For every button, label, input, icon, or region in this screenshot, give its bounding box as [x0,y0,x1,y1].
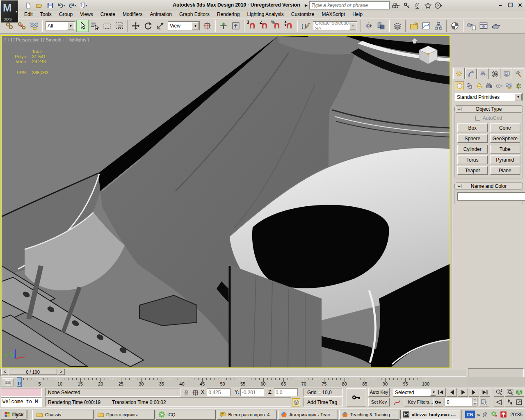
tab-display[interactable] [501,68,512,79]
material-editor-icon[interactable] [449,20,461,32]
object-name-input[interactable] [457,192,525,201]
rectangular-selection-region-icon[interactable] [101,20,113,32]
dropdown-arrow-icon[interactable]: ▼ [67,22,74,30]
language-indicator[interactable]: EN [465,411,475,418]
layer-manager-icon[interactable] [391,20,404,32]
spinner-down-icon[interactable]: ▼ [472,402,477,407]
subtab-geometry[interactable] [455,81,464,90]
subtab-helpers[interactable] [494,81,503,90]
collapse-icon[interactable]: – [457,184,461,188]
cone-button[interactable]: Cone [490,123,520,132]
menu-rendering[interactable]: Rendering [213,11,243,18]
select-and-scale-icon[interactable] [154,20,167,32]
menu-modifiers[interactable]: Modifiers [119,11,146,18]
sphere-button[interactable]: Sphere [457,134,488,143]
edit-named-selection-sets-icon[interactable] [299,20,312,32]
x-value-field[interactable]: 0,425 [207,388,231,396]
time-slider-next-arrow[interactable]: > [58,369,65,375]
menu-edit[interactable]: Edit [21,11,37,18]
reference-coordinate-system-dropdown[interactable]: View▼ [168,21,200,30]
search-input[interactable] [310,2,389,9]
select-and-rotate-icon[interactable] [142,20,154,32]
spinner-up-icon[interactable]: ▲ [472,398,477,402]
next-frame-icon[interactable] [469,388,479,397]
close-icon[interactable]: ✕ [517,2,523,8]
menu-graph-editors[interactable]: Graph Editors [176,11,213,18]
zoom-icon[interactable] [494,388,504,397]
undo-icon[interactable]: ▾ [56,1,66,10]
avira-tray-icon[interactable] [500,411,507,418]
field-of-view-icon[interactable] [494,398,504,406]
geometry-category-dropdown[interactable]: Standard Primitives▼ [455,93,523,101]
keyboard-shortcut-override-icon[interactable] [230,20,242,32]
time-slider-prev-arrow[interactable]: < [1,369,8,375]
menu-customize[interactable]: Customize [288,11,318,18]
app-logo[interactable]: M 3DS ▾ [1,0,18,23]
maxscript-mini-listener[interactable] [1,388,42,397]
tab-modify[interactable] [465,68,477,79]
tube-button[interactable]: Tube [490,145,520,153]
time-slider-handle[interactable]: 0 / 100 [9,369,57,375]
set-keys-button[interactable] [347,388,366,406]
taskbar-button-chassis[interactable]: Chassis [34,410,94,420]
project-folder-icon[interactable]: ▾ [78,1,88,10]
object-type-rollout-header[interactable]: –Object Type [454,105,523,113]
snaps-toggle-3d-icon[interactable]: 3 [246,20,258,32]
search-binoculars-icon[interactable]: ▾ [391,1,400,9]
help-icon[interactable]: ▾ [434,1,443,9]
pyramid-button[interactable]: Pyramid [490,155,520,164]
bind-to-space-warp-icon[interactable] [28,20,40,32]
teapot-button[interactable]: Teapot [457,166,488,175]
perspective-viewport[interactable]: [ + ] [ Perspective ] [ Smooth + Highlig… [1,35,450,368]
y-value-field[interactable]: -0,201 [240,388,264,396]
selection-set-dropdown[interactable]: Selected▼ [393,388,438,397]
selection-filter-dropdown[interactable]: All▼ [46,21,75,30]
taskbar-button-screens[interactable]: Просто скрины [95,410,155,420]
z-value-field[interactable]: 0,0 [274,388,298,396]
tab-create[interactable] [453,68,465,79]
geosphere-button[interactable]: GeoSphere [490,134,520,143]
selection-lock-icon[interactable] [182,388,190,397]
default-tangent-icon[interactable] [393,398,402,406]
name-and-color-rollout-header[interactable]: –Name and Color [454,183,523,190]
key-filters-button[interactable]: Key Filters... [404,398,437,406]
window-crossing-icon[interactable] [113,20,126,32]
angle-snap-icon[interactable]: ∠ [258,20,271,32]
menu-lighting-analysis[interactable]: Lighting Analysis [243,11,287,18]
zoom-extents-icon[interactable] [514,388,524,397]
tab-motion[interactable] [489,68,500,79]
adaptive-degradation-icon[interactable] [292,398,300,406]
subtab-systems[interactable] [514,81,523,90]
mirror-icon[interactable] [363,20,375,32]
go-to-end-icon[interactable] [480,388,490,397]
dropdown-arrow-icon[interactable]: ▼ [515,94,522,100]
previous-frame-icon[interactable] [447,388,457,397]
dropdown-arrow-icon[interactable]: ▼ [192,22,199,30]
menu-views[interactable]: Views [76,11,97,18]
taskbar-button-authorization[interactable]: Авторизация - Teachi... [278,410,338,420]
collapse-icon[interactable]: – [457,107,461,111]
time-configuration-icon[interactable] [479,398,489,406]
torus-button[interactable]: Torus [457,155,488,164]
minimize-icon[interactable]: – [497,2,504,8]
restore-icon[interactable]: ❒ [507,2,514,8]
open-file-icon[interactable] [34,1,44,10]
absolute-offset-toggle-icon[interactable] [191,388,199,397]
menu-maxscript[interactable]: MAXScript [318,11,349,18]
track-bar[interactable]: 0510152025303540455055606570758085909510… [0,377,525,387]
redo-icon[interactable]: ▾ [67,1,77,10]
taskbar-button-altezza[interactable]: altezza_body.max -... [400,410,460,420]
sign-in-key-icon[interactable] [402,1,411,9]
align-icon[interactable] [375,20,387,32]
autogrid-checkbox[interactable] [475,116,480,121]
plane-button[interactable]: Plane [490,166,520,175]
icq-tray-icon[interactable] [491,411,498,418]
tab-hierarchy[interactable] [477,68,488,79]
percent-snap-icon[interactable]: % [271,20,283,32]
frame-spinner[interactable]: ▲▼ [472,398,477,406]
maxscript-listener-line[interactable]: Welcome to M [1,397,42,407]
select-by-name-icon[interactable] [89,20,101,32]
taskbar-button-conversations[interactable]: Всего разговоров: 4 -... [217,410,277,420]
select-object-button[interactable] [76,20,89,32]
tab-utilities[interactable] [513,68,524,79]
